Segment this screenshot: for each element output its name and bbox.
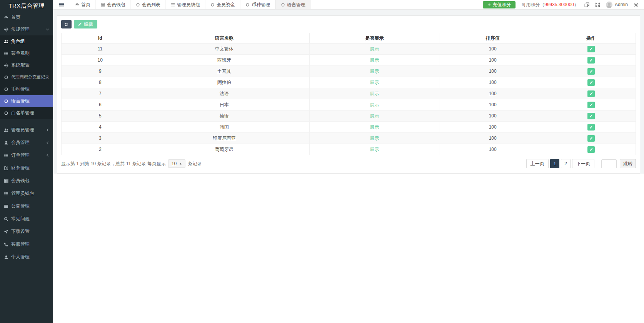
app-title: TRX后台管理 (0, 0, 53, 12)
column-header-id[interactable]: Id (62, 33, 139, 44)
sidebar-item-menu-rules[interactable]: 菜单规则 (0, 47, 53, 59)
sidebar-toggle-button[interactable] (53, 0, 70, 9)
tab-admin-wallet[interactable]: 管理员钱包 (166, 0, 205, 9)
page-size-dropdown[interactable]: 10 (168, 159, 185, 168)
sidebar-item-language-management[interactable]: 语言管理 (0, 95, 53, 107)
sidebar-item-whitelist-management[interactable]: 白名单管理 (0, 107, 53, 119)
tab-label: 会员资金 (217, 2, 235, 8)
users-icon (4, 39, 8, 44)
sidebar-item-label: 系统配置 (11, 62, 30, 69)
row-edit-button[interactable] (587, 113, 595, 119)
row-edit-button[interactable] (587, 102, 595, 108)
cell-id: 7 (62, 88, 139, 99)
tab-currency-management[interactable]: 币种管理 (240, 0, 275, 9)
pencil-icon (589, 70, 593, 73)
tab-language-management[interactable]: 语言管理 (275, 0, 311, 9)
sidebar-item-currency-management[interactable]: 币种管理 (0, 83, 53, 95)
row-edit-button[interactable] (587, 90, 595, 97)
sidebar-item-system-config[interactable]: 系统配置 (0, 59, 53, 71)
settings-cogs-icon[interactable] (634, 2, 639, 7)
row-edit-button[interactable] (587, 57, 595, 64)
tab-label: 会员列表 (142, 2, 160, 8)
display-toggle-link[interactable]: 展示 (370, 57, 379, 63)
sidebar-item-role-group[interactable]: 角色组 (0, 35, 53, 47)
page-button-1[interactable]: 1 (550, 159, 560, 168)
row-edit-button[interactable] (587, 79, 595, 86)
tab-home[interactable]: 首页 (70, 0, 96, 9)
column-header-sort[interactable]: 排序值 (439, 33, 546, 44)
cell-ops (546, 77, 636, 88)
chevron-left-icon (46, 154, 49, 157)
prev-page-button[interactable]: 上一页 (526, 159, 549, 168)
cell-ops (546, 122, 636, 133)
tab-member-list[interactable]: 会员列表 (131, 0, 166, 9)
row-edit-button[interactable] (587, 146, 595, 153)
display-toggle-link[interactable]: 展示 (370, 136, 379, 141)
display-toggle-link[interactable]: 展示 (370, 69, 379, 74)
jump-page-input[interactable] (601, 159, 617, 168)
row-edit-button[interactable] (587, 46, 595, 52)
cell-ops (546, 144, 636, 155)
topbar: 首页 会员钱包 会员列表 管理员钱包 会员资金 (53, 0, 644, 10)
sidebar-item-download-settings[interactable]: 下载设置 (0, 225, 53, 238)
row-edit-button[interactable] (587, 68, 595, 75)
sidebar-item-order-management[interactable]: 订单管理 (0, 149, 53, 162)
cell-id: 6 (62, 99, 139, 110)
display-toggle-link[interactable]: 展示 (370, 113, 379, 119)
display-toggle-link[interactable]: 展示 (370, 80, 379, 85)
next-page-button[interactable]: 下一页 (572, 159, 594, 168)
tab-member-funds[interactable]: 会员资金 (205, 0, 240, 9)
circle-icon (245, 3, 250, 7)
sidebar-item-faq[interactable]: 常见问题 (0, 213, 53, 225)
user-menu[interactable]: Admin (606, 2, 628, 8)
sidebar-item-personal-management[interactable]: 个人管理 (0, 251, 53, 263)
sidebar-item-finance-management[interactable]: 财务管理 (0, 162, 53, 174)
tab-label: 会员钱包 (107, 2, 125, 8)
display-toggle-link[interactable]: 展示 (370, 124, 379, 130)
sidebar-item-agent-points-recharge-records[interactable]: 代理商积分充值记录 (0, 71, 53, 83)
clear-cache-icon[interactable] (584, 2, 589, 7)
column-header-name[interactable]: 语言名称 (139, 33, 309, 44)
sidebar-item-admin-wallet[interactable]: 管理员钱包 (0, 187, 53, 200)
display-toggle-link[interactable]: 展示 (370, 102, 379, 107)
cell-name: 韩国 (139, 122, 309, 133)
table-toolbar: 编辑 (57, 16, 640, 33)
sidebar-item-general-management[interactable]: 常规管理 (0, 23, 53, 35)
column-header-display[interactable]: 是否展示 (309, 33, 439, 44)
table-row: 3 印度尼西亚 展示 100 (62, 133, 636, 144)
available-points-suffix: ） (574, 2, 579, 7)
sidebar-item-member-management[interactable]: 会员管理 (0, 136, 53, 149)
recharge-points-button[interactable]: 充值积分 (483, 1, 516, 8)
cell-sort: 100 (439, 88, 546, 99)
column-header-ops[interactable]: 操作 (546, 33, 636, 44)
cell-name: 西班牙 (139, 55, 309, 66)
edit-button[interactable]: 编辑 (74, 20, 97, 28)
sidebar-item-member-wallet[interactable]: 会员钱包 (0, 174, 53, 187)
tab-member-wallet[interactable]: 会员钱包 (96, 0, 131, 9)
refresh-button[interactable] (61, 20, 72, 28)
cell-display: 展示 (309, 110, 439, 122)
circle-icon (4, 111, 8, 115)
sidebar-item-label: 语言管理 (11, 98, 30, 104)
cell-display: 展示 (309, 133, 439, 144)
cell-name: 中文繁体 (139, 44, 309, 55)
avatar (606, 2, 612, 8)
chevron-left-icon (46, 128, 49, 132)
sidebar-item-announcement-management[interactable]: 公告管理 (0, 200, 53, 213)
display-toggle-link[interactable]: 展示 (370, 46, 379, 52)
pencil-icon (589, 126, 593, 129)
sidebar-item-customer-service[interactable]: 客服管理 (0, 238, 53, 251)
jump-button[interactable]: 跳转 (620, 159, 636, 168)
sidebar-item-admin-management[interactable]: 管理员管理 (0, 124, 53, 136)
tab-label: 首页 (81, 2, 90, 8)
row-edit-button[interactable] (587, 124, 595, 131)
cell-id: 8 (62, 77, 139, 88)
display-toggle-link[interactable]: 展示 (370, 91, 379, 96)
display-toggle-link[interactable]: 展示 (370, 147, 379, 152)
sidebar-item-home[interactable]: 首页 (0, 12, 53, 23)
page-button-2[interactable]: 2 (561, 159, 571, 168)
cell-sort: 100 (439, 122, 546, 133)
circle-icon (136, 3, 140, 7)
fullscreen-icon[interactable] (595, 2, 600, 7)
row-edit-button[interactable] (587, 135, 595, 142)
